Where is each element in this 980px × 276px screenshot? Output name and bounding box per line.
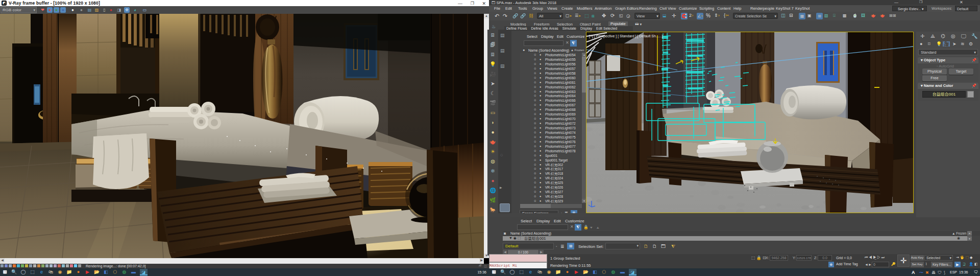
svg-text:[+] [ Perspective ] [ Standard: [+] [ Perspective ] [ Standard ] [ Defau… [589,34,663,38]
